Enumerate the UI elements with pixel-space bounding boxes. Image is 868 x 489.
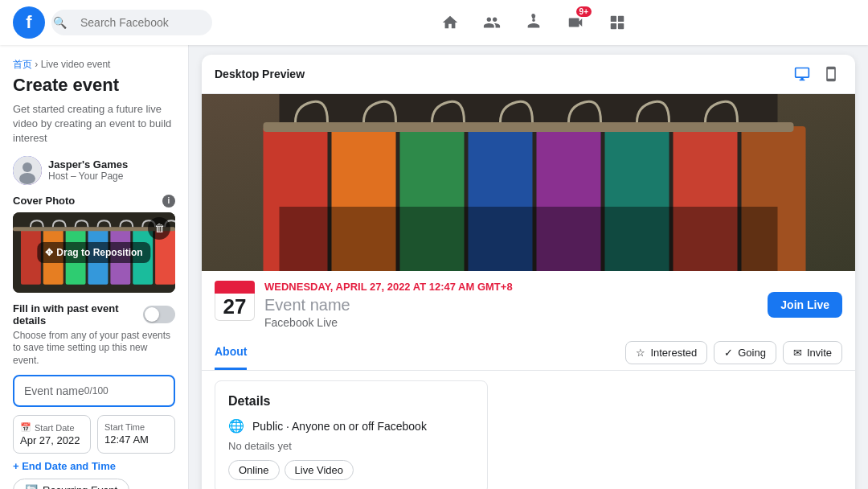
nav-friends-button[interactable] [474,5,510,40]
event-name-preview: Event name [264,296,758,314]
top-navigation: f 🔍 9+ [0,0,868,45]
fill-toggle[interactable] [143,306,175,323]
details-section: Details 🌐 Public · Anyone on or off Face… [202,371,855,489]
start-time-value: 12:47 AM [104,434,168,446]
host-info: Jasper's Games Host – Your Page [48,158,128,182]
breadcrumb: 首页 › Live video event [13,58,175,72]
preview-header: Desktop Preview [202,55,855,94]
preview-tab-actions: ☆ Interested ✓ Going ✉ Invite [625,341,842,364]
search-input[interactable] [51,10,212,35]
star-icon: ☆ [636,347,645,359]
cover-photo-info-icon[interactable]: i [162,195,175,208]
event-info-row: 27 WEDNESDAY, APRIL 27, 2022 AT 12:47 AM… [202,271,855,335]
going-button[interactable]: ✓ Going [714,341,776,364]
page-description: Get started creating a future live video… [13,102,175,146]
tag-online: Online [228,460,280,480]
nav-video-button[interactable]: 9+ [558,5,593,40]
event-type: Facebook Live [264,316,758,329]
search-icon: 🔍 [53,16,67,29]
date-badge: 27 [215,281,255,321]
interested-button[interactable]: ☆ Interested [625,341,707,364]
desktop-icon [794,66,810,82]
event-name-placeholder: Event name [24,384,84,397]
start-date-label: 📅 Start Date [20,422,84,433]
left-panel: 首页 › Live video event Create event Get s… [0,45,189,489]
main-layout: 首页 › Live video event Create event Get s… [0,45,868,489]
tab-about[interactable]: About [215,335,247,370]
globe-detail-icon: 🌐 [228,418,244,434]
svg-rect-26 [280,207,778,271]
fill-description: Choose from any of your past events to s… [13,330,175,368]
preview-title: Desktop Preview [215,68,305,80]
public-detail-item: 🌐 Public · Anyone on or off Facebook [228,418,474,434]
cover-photo-container: ✥ Drag to Reposition 🗑 [13,212,175,293]
fill-past-event-row: Fill in with past event details [13,302,175,327]
tag-row: Online Live Video [228,460,474,480]
envelope-icon: ✉ [793,347,802,359]
search-wrapper: 🔍 [45,10,212,35]
svg-rect-1 [618,16,624,22]
start-time-label: Start Time [104,422,168,432]
preview-tabs: About ☆ Interested ✓ Going ✉ Invite [202,335,855,371]
avatar-icon [13,156,42,185]
create-event-sidebar: 首页 › Live video event Create event Get s… [0,45,189,489]
svg-rect-3 [618,23,624,29]
event-date-text: WEDNESDAY, APRIL 27, 2022 AT 12:47 AM GM… [264,281,758,293]
add-end-time-link[interactable]: + End Date and Time [13,460,175,472]
nav-watch-button[interactable] [516,5,551,40]
mobile-icon [823,66,839,82]
join-live-button[interactable]: Join Live [768,292,842,318]
input-row: Event name 0/100 [24,384,108,397]
date-badge-top [215,281,255,294]
recurring-event-button[interactable]: 🔄 Recurring Event [13,479,129,489]
no-details-text: No details yet [228,440,474,452]
preview-view-icons [791,63,842,85]
preview-area: Desktop Preview [189,45,868,489]
host-name: Jasper's Games [48,158,128,171]
nav-home-button[interactable] [432,5,468,40]
mobile-view-button[interactable] [820,63,842,85]
check-circle-icon: ✓ [724,347,733,359]
notification-badge: 9+ [576,6,592,17]
page-title: Create event [13,75,175,96]
invite-button[interactable]: ✉ Invite [783,341,842,364]
host-row: Jasper's Games Host – Your Page [13,156,175,185]
svg-rect-2 [611,23,616,29]
delete-photo-button[interactable]: 🗑 [148,217,170,240]
reposition-overlay: ✥ Drag to Reposition [37,242,150,263]
host-role: Host – Your Page [48,171,128,182]
desktop-view-button[interactable] [791,63,813,85]
date-badge-number: 27 [215,294,255,321]
event-cover-image [202,94,855,271]
cover-photo-section: Cover Photo i [13,195,175,208]
details-card: Details 🌐 Public · Anyone on or off Face… [215,380,488,489]
event-details-right: WEDNESDAY, APRIL 27, 2022 AT 12:47 AM GM… [264,281,758,329]
fill-label: Fill in with past event details [13,302,143,327]
svg-point-5 [23,162,32,172]
toggle-knob [145,307,159,322]
date-time-row: 📅 Start Date Apr 27, 2022 Start Time 12:… [13,415,175,454]
event-cover-svg [202,94,855,271]
svg-point-6 [19,173,35,184]
start-time-field[interactable]: Start Time 12:47 AM [97,415,175,454]
event-name-field[interactable]: Event name 0/100 [13,375,175,407]
start-date-field[interactable]: 📅 Start Date Apr 27, 2022 [13,415,91,454]
preview-card: Desktop Preview [202,55,855,489]
host-avatar [13,156,42,185]
facebook-logo: f [13,6,45,39]
svg-rect-25 [264,122,794,132]
recurring-icon: 🔄 [25,484,38,489]
svg-rect-0 [611,16,616,22]
tag-live-video: Live Video [285,460,354,480]
breadcrumb-home-link[interactable]: 首页 [13,59,32,70]
event-name-count: 0/100 [84,385,108,397]
details-title: Details [228,394,474,409]
nav-center-icons: 9+ [212,5,855,40]
nav-menu-button[interactable] [600,5,635,40]
start-date-value: Apr 27, 2022 [20,434,84,446]
